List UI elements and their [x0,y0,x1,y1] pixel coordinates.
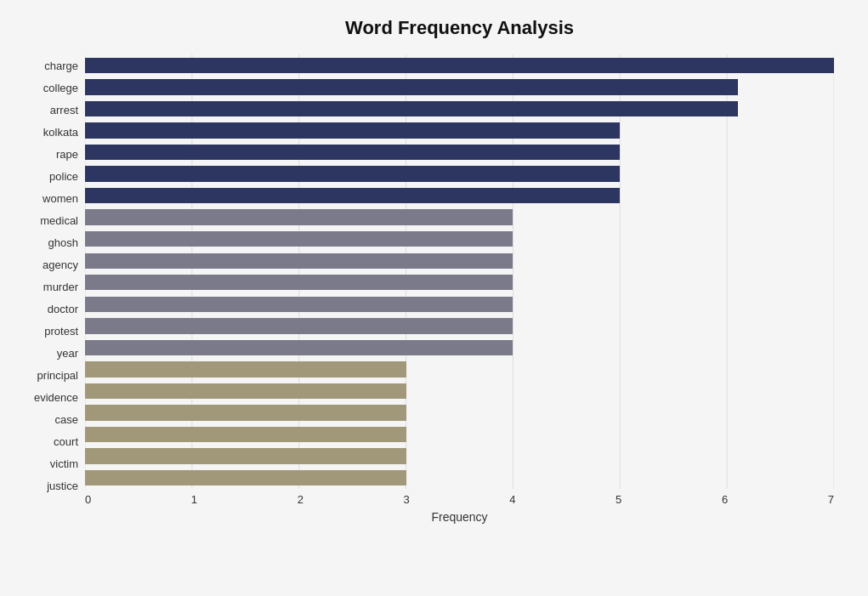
bar [85,145,620,160]
y-label: evidence [17,388,85,408]
x-axis-area: 01234567 Frequency [85,489,834,531]
x-tick: 2 [298,493,304,506]
bar [85,166,620,181]
bar-row [85,163,834,185]
bar [85,58,834,73]
y-label: murder [17,276,85,297]
bar [85,427,406,442]
bar [85,383,406,399]
bar-row [85,402,834,424]
bar [85,405,406,420]
bar-row [85,98,834,120]
y-axis: chargecollegearrestkolkatarapepolicewome… [17,54,85,531]
y-label: victim [17,454,85,474]
bar-row [85,184,834,207]
y-label: women [17,188,85,208]
plot-area: 01234567 Frequency [85,54,834,531]
y-label: case [17,410,85,430]
y-label: medical [17,210,85,230]
y-label: charge [17,55,85,76]
bar-row [85,228,834,250]
bar-row [85,467,834,489]
y-label: college [17,77,85,98]
y-label: kolkata [17,122,85,142]
y-label: year [17,343,85,364]
x-ticks: 01234567 [85,489,834,506]
bar [85,122,620,138]
bar-row [85,380,834,402]
bar-row [85,250,834,272]
y-label: protest [17,321,85,342]
x-tick: 3 [403,493,409,506]
bar-row [85,293,834,315]
y-label: rape [17,144,85,164]
y-label: principal [17,366,85,386]
x-axis-label: Frequency [85,510,834,524]
chart-container: Word Frequency Analysis chargecollegearr… [0,0,868,596]
bar-row [85,359,834,381]
bar-row [85,446,834,468]
x-tick: 6 [722,493,728,506]
bar-row [85,141,834,163]
bar [85,361,406,377]
y-label: court [17,432,85,452]
bar [85,79,738,94]
bar [85,231,513,247]
bar-row [85,423,834,446]
y-label: doctor [17,299,85,320]
bar-row [85,337,834,359]
y-label: agency [17,254,85,275]
y-label: police [17,166,85,186]
bar [85,297,513,312]
bar-row [85,207,834,229]
bar [85,340,513,355]
bar [85,318,513,333]
y-label: arrest [17,99,85,120]
chart-title: Word Frequency Analysis [17,17,834,39]
bar [85,470,406,485]
bar [85,188,620,203]
bar-row [85,77,834,99]
x-tick: 5 [616,493,621,506]
bar-row [85,120,834,142]
x-tick: 4 [509,493,515,506]
bar [85,209,513,224]
bar-row [85,54,834,77]
bar-row [85,272,834,294]
x-tick: 7 [828,493,834,506]
bar [85,448,406,463]
bar [85,275,513,290]
bar [85,253,513,269]
bar [85,101,738,116]
x-tick: 0 [85,493,91,506]
bars-container [85,54,834,489]
x-tick: 1 [191,493,197,506]
y-label: justice [17,476,85,497]
y-label: ghosh [17,232,85,253]
bar-row [85,315,834,338]
